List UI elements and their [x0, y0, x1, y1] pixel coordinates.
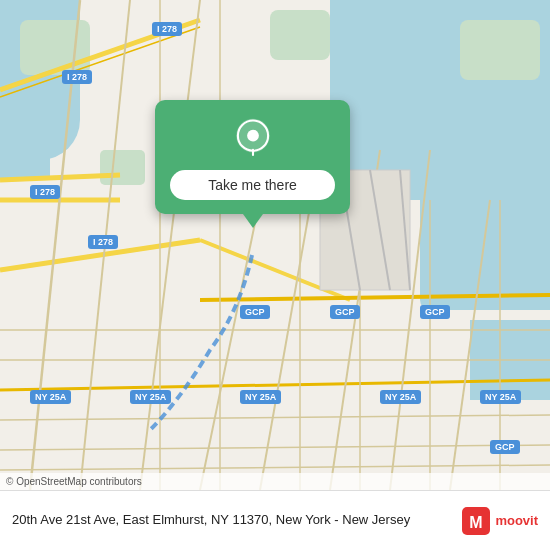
highway-badge-ny25a-4: NY 25A	[380, 390, 421, 404]
highway-badge-i278-1: I 278	[62, 70, 92, 84]
moovit-logo: M moovit	[462, 507, 538, 535]
highway-badge-gcp-2: GCP	[330, 305, 360, 319]
map-container: I 278 I 278 I 278 I 278 GCP GCP GCP NY 2…	[0, 0, 550, 490]
popup-arrow	[243, 214, 263, 228]
svg-line-10	[140, 0, 200, 490]
highway-badge-ny25a-2: NY 25A	[130, 390, 171, 404]
svg-line-7	[0, 380, 550, 390]
footer: 20th Ave 21st Ave, East Elmhurst, NY 113…	[0, 490, 550, 550]
highway-badge-i278-2: I 278	[152, 22, 182, 36]
highway-badge-gcp-bot: GCP	[490, 440, 520, 454]
highway-badge-gcp-1: GCP	[240, 305, 270, 319]
highway-badge-ny25a-5: NY 25A	[480, 390, 521, 404]
take-me-there-button[interactable]: Take me there	[170, 170, 335, 200]
svg-line-18	[0, 415, 550, 420]
svg-text:M: M	[470, 514, 483, 531]
moovit-brand-name: moovit	[495, 513, 538, 528]
svg-line-19	[0, 445, 550, 450]
address-text: 20th Ave 21st Ave, East Elmhurst, NY 113…	[12, 512, 452, 529]
map-copyright: © OpenStreetMap contributors	[0, 473, 550, 490]
location-pin-icon	[232, 118, 274, 160]
highway-badge-i278-4: I 278	[88, 235, 118, 249]
highway-badge-gcp-3: GCP	[420, 305, 450, 319]
svg-point-33	[247, 130, 259, 142]
svg-line-6	[200, 295, 550, 300]
moovit-icon: M	[462, 507, 490, 535]
highway-badge-ny25a-3: NY 25A	[240, 390, 281, 404]
location-popup: Take me there	[155, 100, 350, 214]
svg-line-1	[0, 27, 200, 97]
svg-line-2	[0, 175, 120, 180]
highway-badge-i278-3: I 278	[30, 185, 60, 199]
highway-badge-ny25a-1: NY 25A	[30, 390, 71, 404]
